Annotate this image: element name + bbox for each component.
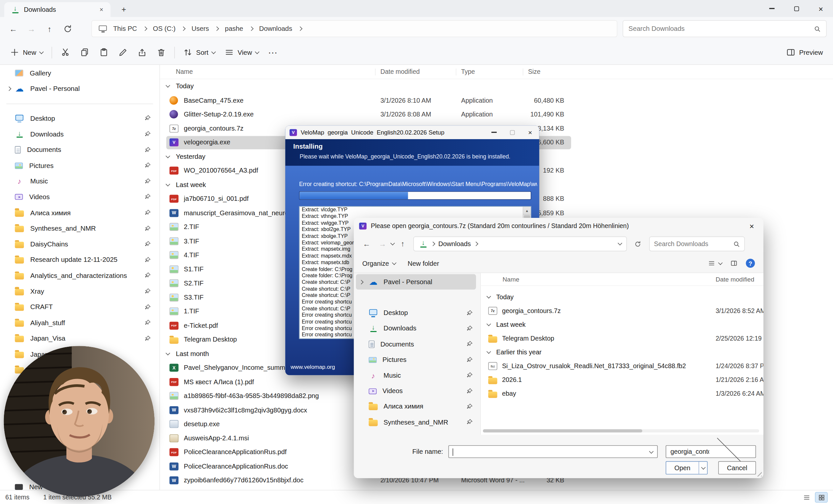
sidebar-item[interactable]: Aliyah_stuff <box>4 315 155 331</box>
chevron-right-icon[interactable] <box>7 87 11 91</box>
dialog-tree-item[interactable]: Videos <box>356 383 476 399</box>
sidebar-item[interactable]: Japan_Visa <box>4 331 155 346</box>
sidebar-item[interactable]: Pictures <box>4 158 155 174</box>
installer-minimize-button[interactable] <box>485 125 503 139</box>
close-button[interactable] <box>809 0 833 17</box>
open-button[interactable]: Open <box>666 461 708 475</box>
refresh-button[interactable] <box>58 20 76 38</box>
file-name-input[interactable] <box>449 446 657 458</box>
sidebar-item[interactable]: Videos <box>4 189 155 205</box>
paste-button[interactable] <box>94 44 113 61</box>
breadcrumb-item[interactable]: pashe <box>221 23 255 34</box>
group-header[interactable]: Last month <box>166 347 209 361</box>
column-name[interactable]: Name <box>176 68 193 75</box>
breadcrumb-label[interactable]: Users <box>188 23 213 34</box>
rename-button[interactable] <box>113 44 132 61</box>
breadcrumb-chevron-icon[interactable] <box>182 27 186 31</box>
preview-pane-button[interactable] <box>730 260 737 267</box>
sidebar-item[interactable]: CRAFT <box>4 299 155 315</box>
chevron-down-icon[interactable] <box>166 83 170 88</box>
up-button[interactable] <box>40 20 58 38</box>
chevron-right-icon[interactable] <box>359 280 363 284</box>
cut-button[interactable] <box>56 44 75 61</box>
column-size[interactable]: Size <box>528 68 541 75</box>
dialog-back-button[interactable] <box>359 237 374 251</box>
open-dropdown-icon[interactable] <box>698 462 707 474</box>
breadcrumb-label[interactable]: This PC <box>110 23 141 34</box>
sidebar-item[interactable]: Syntheses_and_NMR <box>4 221 155 237</box>
column-date-modified[interactable]: Date modified <box>380 68 420 75</box>
dialog-group-header[interactable]: Earlier this year <box>487 345 542 359</box>
dialog-column-date[interactable]: Date modified <box>716 275 754 283</box>
dialog-file-row[interactable]: Earlier this year <box>481 345 763 359</box>
column-type[interactable]: Type <box>461 68 475 75</box>
dialog-address-bar[interactable]: Downloads <box>413 237 627 251</box>
maximize-button[interactable] <box>784 0 808 17</box>
breadcrumb-label[interactable]: OS (C:) <box>149 23 180 34</box>
dialog-tree-item[interactable]: Desktop <box>356 305 476 321</box>
dialog-tree-item[interactable]: Алиса химия <box>356 399 476 415</box>
new-folder-button[interactable]: New folder <box>407 260 439 267</box>
sidebar-item[interactable]: Алиса химия <box>4 205 155 221</box>
sidebar-item[interactable]: Downloads <box>4 126 155 142</box>
dialog-group-header[interactable]: Last week <box>487 318 526 331</box>
dialog-group-header[interactable]: Today <box>487 290 514 304</box>
sort-button[interactable]: Sort <box>178 44 220 61</box>
sidebar-item[interactable]: Desktop <box>4 111 155 126</box>
breadcrumb-chevron-icon[interactable] <box>215 27 219 31</box>
chevron-down-icon[interactable] <box>486 294 491 298</box>
dialog-file-row[interactable]: Si_Liza_Ostrov_rusalok_Readli.Net_817333… <box>481 359 763 373</box>
breadcrumb-item[interactable]: OS (C:) <box>149 23 188 34</box>
breadcrumb-chevron-icon[interactable] <box>474 241 478 246</box>
breadcrumb-chevron-icon[interactable] <box>143 27 147 31</box>
dialog-file-row[interactable]: Today <box>481 290 763 304</box>
file-type-select[interactable]: georgia_contours.7z <box>666 445 756 458</box>
open-button-label[interactable]: Open <box>666 462 699 474</box>
help-icon[interactable] <box>746 259 755 268</box>
sidebar-item[interactable]: Research update 12-11-2025 <box>4 252 155 268</box>
horizontal-scrollbar[interactable] <box>483 428 759 433</box>
installer-close-button[interactable] <box>521 125 539 139</box>
breadcrumb-item[interactable]: Downloads <box>255 23 304 34</box>
copy-button[interactable] <box>75 44 94 61</box>
dialog-tree-item[interactable]: Pavel - Personal <box>356 274 476 290</box>
dialog-file-row[interactable]: Telegram Desktop 2/25/2026 12:19 PM <box>481 331 763 345</box>
dialog-tree-item[interactable]: Syntheses_and_NMR <box>356 414 476 430</box>
sidebar-item[interactable]: Documents <box>4 142 155 158</box>
dialog-close-button[interactable] <box>740 218 763 234</box>
dialog-tree-item[interactable]: Pictures <box>356 352 476 368</box>
breadcrumb-chevron-icon[interactable] <box>431 241 435 246</box>
chevron-down-icon[interactable] <box>166 153 170 158</box>
breadcrumb-item[interactable]: Users <box>188 23 221 34</box>
tab-downloads[interactable]: Downloads <box>4 2 111 17</box>
cancel-button[interactable]: Cancel <box>718 461 756 475</box>
dialog-refresh-button[interactable] <box>630 237 645 251</box>
breadcrumb-chevron-icon[interactable] <box>249 27 254 31</box>
dialog-forward-button[interactable] <box>375 237 390 251</box>
organize-button[interactable]: Organize <box>362 260 396 267</box>
large-icons-view-button[interactable] <box>815 492 828 502</box>
address-dropdown-icon[interactable] <box>618 241 622 245</box>
dialog-tree-item[interactable]: Documents <box>356 336 476 352</box>
dialog-tree-item[interactable]: Music <box>356 367 476 383</box>
sidebar-item[interactable]: Analytics_and_characterizations <box>4 268 155 284</box>
tab-close-icon[interactable] <box>97 5 106 15</box>
breadcrumb[interactable]: This PC OS (C:) Users <box>92 20 617 38</box>
search-icon[interactable] <box>814 25 821 32</box>
view-button[interactable]: View <box>220 44 264 61</box>
dialog-up-button[interactable] <box>395 237 410 251</box>
dialog-file-row[interactable]: Last week <box>481 318 763 331</box>
search-input[interactable] <box>628 25 810 32</box>
scroll-up-icon[interactable] <box>523 207 531 215</box>
group-header[interactable]: Today <box>166 79 194 93</box>
sidebar-item[interactable]: Xray <box>4 284 155 299</box>
dialog-search-input[interactable] <box>654 240 730 248</box>
dialog-address-location[interactable]: Downloads <box>438 240 471 248</box>
dialog-tree-item[interactable]: Downloads <box>356 321 476 337</box>
file-row[interactable]: Glitter-Setup-2.0.19.exe 3/1/2026 8:08 A… <box>160 107 833 121</box>
group-header[interactable]: Yesterday <box>166 150 206 164</box>
details-view-button[interactable] <box>800 492 813 502</box>
history-dropdown-icon[interactable] <box>390 241 395 245</box>
group-header[interactable]: Last week <box>166 178 206 192</box>
new-tab-button[interactable] <box>117 2 130 16</box>
